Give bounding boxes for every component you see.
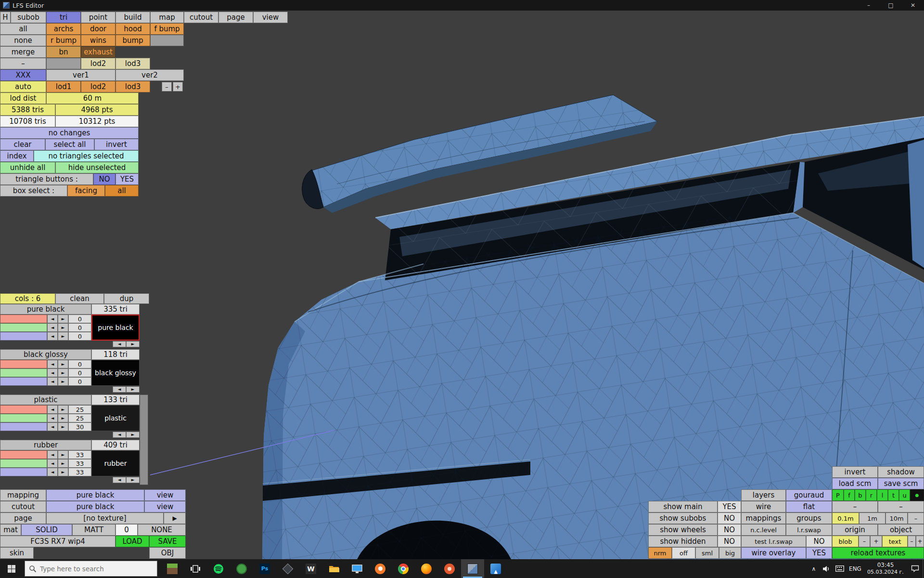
blob-plus-button[interactable]: + (870, 536, 882, 547)
hide-unselected-button[interactable]: hide unselected (55, 162, 139, 173)
dec-red-button[interactable]: ◄ (47, 450, 58, 459)
dash-button[interactable]: – (832, 501, 878, 512)
wire-button[interactable]: wire (741, 501, 786, 512)
lod3-copy-button[interactable]: lod3 (116, 58, 150, 69)
text-minus-button[interactable]: – (908, 536, 916, 547)
channel-p-button[interactable]: P (832, 489, 844, 501)
dec-blue-button[interactable]: ◄ (47, 468, 58, 476)
subobj-merge-button[interactable]: merge (0, 46, 46, 58)
gouraud-button[interactable]: gouraud (786, 489, 832, 501)
invert-selection-button[interactable]: invert (94, 139, 139, 150)
dash-button[interactable]: – (0, 58, 46, 69)
nrm-off-button[interactable]: off (672, 547, 695, 559)
blob-minus-button[interactable]: – (859, 536, 870, 547)
taskbar-icon-minecraft[interactable] (161, 559, 184, 578)
inc-red-button[interactable]: ► (58, 315, 68, 323)
dec-red-button[interactable]: ◄ (47, 360, 58, 368)
skin-button[interactable]: skin (0, 547, 34, 559)
blue-slider[interactable] (0, 468, 47, 476)
close-button[interactable]: ✕ (902, 0, 924, 11)
cutout-value[interactable]: pure black (46, 501, 144, 512)
subobj-fbump-button[interactable]: f bump (150, 23, 184, 35)
menu-tab-subob[interactable]: subob (11, 12, 46, 23)
taskbar-icon-firefox[interactable] (415, 559, 438, 578)
ver2-button[interactable]: ver2 (116, 69, 184, 81)
inc-blue-button[interactable]: ► (58, 468, 68, 476)
taskbar-icon-photoshop[interactable]: Ps (253, 559, 276, 578)
test-lr-swap-toggle[interactable]: NO (806, 536, 832, 547)
volume-icon[interactable] (820, 559, 833, 578)
save-scm-button[interactable]: save scm (878, 478, 924, 489)
lod-minus-button[interactable]: – (162, 82, 172, 92)
inc-blue-button[interactable]: ► (58, 377, 68, 386)
taskbar-icon-lfs-editor[interactable] (461, 559, 484, 578)
cutout-view-button[interactable]: view (144, 501, 186, 512)
page-texture-value[interactable]: [no texture] (46, 512, 164, 524)
lod-dist-value[interactable]: 60 m (46, 92, 139, 104)
lod2-copy-button[interactable]: lod2 (81, 58, 116, 69)
dec-green-button[interactable]: ◄ (47, 368, 58, 377)
taskbar-search[interactable] (25, 561, 157, 577)
channel-u-button[interactable]: u (899, 489, 910, 501)
clean-button[interactable]: clean (55, 293, 104, 304)
nc-level-button[interactable]: n.c.level (741, 524, 786, 536)
nrm-sml-button[interactable]: sml (695, 547, 719, 559)
material-name[interactable]: pure black (0, 304, 91, 315)
reload-textures-button[interactable]: reload textures (832, 547, 924, 559)
blue-slider[interactable] (0, 332, 47, 341)
mat-matt-button[interactable]: MATT (72, 524, 116, 536)
show-subobs-toggle[interactable]: NO (718, 512, 741, 524)
test-lr-swap-button[interactable]: test l.r.swap (741, 536, 806, 547)
subobj-wins-button[interactable]: wins (81, 35, 116, 46)
ver1-button[interactable]: ver1 (46, 69, 116, 81)
channel-f-button[interactable]: f (844, 489, 855, 501)
subobj-all-button[interactable]: all (0, 23, 46, 35)
material-swatch[interactable]: black glossy (91, 360, 140, 386)
channel-l-button[interactable]: l (877, 489, 888, 501)
menu-tab-page[interactable]: page (218, 12, 253, 23)
lod2-button[interactable]: lod2 (81, 81, 116, 92)
taskbar-icon-dark-app[interactable] (276, 559, 299, 578)
menu-tab-view[interactable]: view (253, 12, 288, 23)
subobj-none-button[interactable]: none (0, 35, 46, 46)
grid-1m-button[interactable]: 1m (859, 512, 886, 524)
grid-0-1m-button[interactable]: 0.1m (832, 512, 859, 524)
dec-green-button[interactable]: ◄ (47, 459, 58, 468)
taskbar-icon-photos[interactable]: ▲ (484, 559, 507, 578)
taskbar-icon-chrome[interactable] (392, 559, 415, 578)
red-slider[interactable] (0, 315, 47, 323)
shadow-button[interactable]: shadow (878, 466, 924, 478)
object-button[interactable]: object (878, 524, 924, 536)
menu-tab-point[interactable]: point (81, 12, 116, 23)
text-button[interactable]: text (882, 536, 908, 547)
cols-count[interactable]: cols : 6 (0, 293, 55, 304)
text-plus-button[interactable]: + (916, 536, 924, 547)
clear-button[interactable]: clear (0, 139, 45, 150)
red-slider[interactable] (0, 360, 47, 368)
dup-button[interactable]: dup (104, 293, 149, 304)
select-all-button[interactable]: select all (45, 139, 94, 150)
taskbar-icon-w-app[interactable]: W (299, 559, 322, 578)
next-material-button[interactable]: ► (126, 341, 140, 347)
material-swatch[interactable]: rubber (91, 450, 140, 476)
prev-material-button[interactable]: ◄ (113, 477, 126, 483)
subobj-hood-button[interactable]: hood (116, 23, 150, 35)
dec-red-button[interactable]: ◄ (47, 315, 58, 323)
language-indicator[interactable]: ENG (846, 559, 864, 578)
subobj-bn-button[interactable]: bn (46, 46, 81, 58)
load-button[interactable]: LOAD (116, 536, 149, 547)
dec-green-button[interactable]: ◄ (47, 414, 58, 422)
mappings-button[interactable]: mappings (741, 512, 786, 524)
dec-blue-button[interactable]: ◄ (47, 377, 58, 386)
wire-overlay-toggle[interactable]: YES (806, 547, 832, 559)
red-slider[interactable] (0, 405, 47, 414)
origin-button[interactable]: origin (832, 524, 878, 536)
minimize-button[interactable]: – (858, 0, 880, 11)
lod3-button[interactable]: lod3 (116, 81, 150, 92)
lod-auto-button[interactable]: auto (0, 81, 46, 92)
mat-solid-button[interactable]: SOLID (21, 524, 72, 536)
box-select-facing[interactable]: facing (67, 185, 105, 197)
menu-tab-map[interactable]: map (150, 12, 184, 23)
blue-slider[interactable] (0, 422, 47, 431)
start-button[interactable] (0, 559, 23, 578)
